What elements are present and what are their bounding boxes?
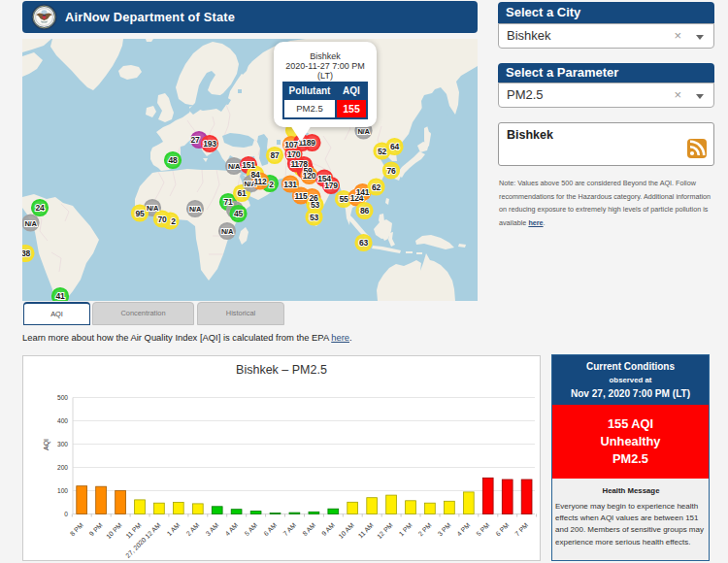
svg-text:8 AM: 8 AM <box>301 521 316 537</box>
svg-text:12 PM: 12 PM <box>376 521 394 540</box>
svg-text:1 PM: 1 PM <box>398 521 414 537</box>
svg-text:N/A: N/A <box>147 204 159 213</box>
svg-text:5 AM: 5 AM <box>243 521 258 537</box>
svg-text:N/A: N/A <box>189 205 202 214</box>
svg-text:53: 53 <box>310 213 318 222</box>
svg-text:7 AM: 7 AM <box>281 521 297 537</box>
svg-text:41: 41 <box>56 291 65 301</box>
svg-text:76: 76 <box>387 166 396 176</box>
svg-text:179: 179 <box>324 181 338 190</box>
svg-text:4 PM: 4 PM <box>455 521 471 537</box>
svg-text:115: 115 <box>295 191 308 201</box>
svg-text:55: 55 <box>340 194 348 204</box>
svg-text:N/A: N/A <box>228 162 241 171</box>
svg-text:151: 151 <box>242 160 255 170</box>
svg-text:1 AM: 1 AM <box>166 521 182 537</box>
svg-text:62: 62 <box>372 182 381 192</box>
svg-text:11 PM: 11 PM <box>124 521 143 540</box>
svg-text:27, 2020 12 AM: 27, 2020 12 AM <box>124 521 162 559</box>
svg-text:9 PM: 9 PM <box>88 521 104 537</box>
svg-text:63: 63 <box>359 238 368 248</box>
svg-text:7 PM: 7 PM <box>513 521 529 537</box>
svg-text:400: 400 <box>57 417 68 424</box>
svg-text:N/A: N/A <box>357 127 370 136</box>
svg-text:61: 61 <box>238 188 247 198</box>
svg-text:2: 2 <box>171 216 176 226</box>
svg-text:45: 45 <box>234 209 243 218</box>
svg-text:24: 24 <box>36 203 45 213</box>
svg-text:95: 95 <box>136 209 145 218</box>
svg-text:38: 38 <box>22 248 30 258</box>
svg-text:112: 112 <box>254 177 267 186</box>
svg-text:6 AM: 6 AM <box>262 521 278 537</box>
svg-text:193: 193 <box>203 139 216 149</box>
svg-text:3 PM: 3 PM <box>436 521 451 537</box>
svg-text:3 AM: 3 AM <box>204 521 219 537</box>
svg-text:2 AM: 2 AM <box>185 521 201 537</box>
svg-text:200: 200 <box>57 464 68 471</box>
svg-text:87: 87 <box>271 150 280 160</box>
svg-text:2: 2 <box>269 180 274 189</box>
svg-text:5 PM: 5 PM <box>475 521 490 537</box>
svg-text:9 AM: 9 AM <box>320 521 336 537</box>
svg-text:71: 71 <box>224 197 233 207</box>
svg-text:N/A: N/A <box>221 227 234 236</box>
svg-text:70: 70 <box>158 215 167 224</box>
svg-text:N/A: N/A <box>24 219 37 228</box>
svg-text:64: 64 <box>390 142 399 151</box>
svg-text:170: 170 <box>287 149 301 159</box>
svg-text:8 PM: 8 PM <box>69 521 84 537</box>
svg-text:86: 86 <box>360 206 369 215</box>
svg-text:500: 500 <box>57 394 68 401</box>
svg-text:48: 48 <box>169 155 178 165</box>
svg-text:141: 141 <box>356 187 370 197</box>
svg-text:131: 131 <box>283 180 297 189</box>
svg-text:10 AM: 10 AM <box>337 521 355 540</box>
svg-text:4 AM: 4 AM <box>223 521 239 537</box>
svg-text:10 PM: 10 PM <box>105 521 123 540</box>
svg-text:11 AM: 11 AM <box>357 521 375 539</box>
svg-text:27: 27 <box>191 135 200 145</box>
svg-text:2 PM: 2 PM <box>416 521 432 537</box>
svg-text:AQI: AQI <box>43 439 50 450</box>
svg-text:0: 0 <box>64 511 68 517</box>
svg-text:100: 100 <box>57 487 68 494</box>
svg-text:Bishkek – PM2.5: Bishkek – PM2.5 <box>236 363 327 377</box>
svg-text:6 PM: 6 PM <box>494 521 510 537</box>
svg-text:300: 300 <box>57 441 68 447</box>
svg-text:53: 53 <box>311 200 319 210</box>
svg-text:52: 52 <box>378 147 386 156</box>
svg-text:120: 120 <box>303 171 316 181</box>
